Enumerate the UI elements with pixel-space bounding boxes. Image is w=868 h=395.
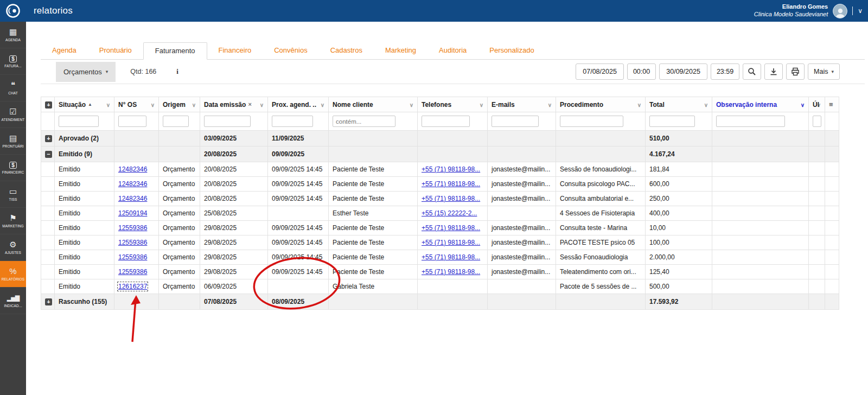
column-header-obs[interactable]: ∨Observação interna	[712, 97, 809, 112]
column-header-prox_agend[interactable]: ∨Prox. agend. ..	[268, 97, 329, 112]
mais-button[interactable]: Mais ▾	[808, 63, 840, 80]
sidebar-item-prontuario[interactable]: ▤PRONTUÁRI	[0, 128, 26, 155]
report-type-dropdown[interactable]: Orçamentos ▾	[56, 62, 116, 82]
column-menu-icon[interactable]: ∨	[192, 102, 196, 108]
phone-link[interactable]: +55 (71) 98118-98...	[422, 224, 480, 232]
expand-group-icon[interactable]: +	[45, 298, 52, 305]
sidebar-item-chat[interactable]: ❝CHAT	[0, 75, 26, 101]
group-row[interactable]: +Rascunho (155)07/08/202508/09/202517.59…	[41, 294, 839, 310]
column-menu-icon[interactable]: ∨	[637, 102, 641, 108]
column-chooser-button[interactable]: ≡	[825, 97, 839, 112]
phone-link[interactable]: +55 (71) 98118-98...	[422, 268, 480, 276]
column-header-data_emissao[interactable]: ∨Data emissão×	[200, 97, 268, 112]
sidebar-item-agenda[interactable]: ▦AGENDA	[0, 22, 26, 48]
avatar[interactable]	[833, 4, 847, 18]
table-row[interactable]: Emitido12482346Orçamento20/08/202509/09/…	[41, 177, 839, 192]
phone-link[interactable]: +55 (15) 22222-2...	[422, 209, 477, 217]
table-row[interactable]: Emitido12559386Orçamento29/08/202509/09/…	[41, 235, 839, 250]
os-link[interactable]: 12509194	[118, 209, 147, 217]
chevron-down-icon[interactable]: ∨	[858, 7, 863, 15]
filter-input-origem[interactable]	[163, 116, 189, 127]
phone-link[interactable]: +55 (71) 98118-98...	[422, 195, 480, 202]
expand-all-header[interactable]: +	[41, 97, 55, 112]
phone-link[interactable]: +55 (71) 98118-98...	[422, 180, 480, 188]
tab-auditoria[interactable]: Auditoria	[427, 42, 478, 59]
filter-input-data_emissao[interactable]	[204, 116, 251, 127]
column-menu-icon[interactable]: ∨	[410, 102, 413, 108]
expand-group-icon[interactable]: +	[45, 135, 52, 142]
expand-all-icon[interactable]: +	[45, 101, 52, 109]
column-header-procedimento[interactable]: ∨Procedimento	[556, 97, 646, 112]
group-row[interactable]: −Emitido (9)20/08/202509/09/20254.167,24	[41, 146, 839, 162]
phone-link[interactable]: +55 (71) 98118-98...	[422, 165, 480, 173]
sidebar-item-relatorios[interactable]: %RELATÓRIOS	[0, 261, 26, 288]
time-from-input[interactable]: 00:00	[627, 63, 656, 80]
tab-convenios[interactable]: Convênios	[263, 42, 318, 59]
tab-faturamento[interactable]: Faturamento	[143, 42, 207, 60]
table-row[interactable]: Emitido12559386Orçamento29/08/202509/09/…	[41, 250, 839, 265]
sidebar-item-marketing[interactable]: ⚑MARKETING	[0, 208, 26, 234]
os-link[interactable]: 12559386	[118, 253, 147, 261]
filter-input-obs[interactable]	[716, 116, 785, 127]
os-link[interactable]: 12559386	[118, 224, 147, 232]
date-from-input[interactable]: 07/08/2025	[576, 63, 624, 80]
sidebar-item-financeiro[interactable]: $FINANCEIRC	[0, 155, 26, 181]
filter-input-prox_agend[interactable]	[272, 116, 313, 127]
column-header-ultimo[interactable]: ∨Úl	[809, 97, 825, 112]
column-menu-icon[interactable]: ∨	[106, 102, 110, 108]
os-link[interactable]: 12559386	[118, 239, 147, 246]
os-link[interactable]: 12482346	[118, 165, 147, 173]
column-menu-icon[interactable]: ∨	[260, 102, 264, 108]
filter-input-situacao[interactable]	[59, 116, 99, 127]
table-row[interactable]: Emitido12482346Orçamento20/08/202509/09/…	[41, 192, 839, 206]
download-button[interactable]	[764, 63, 783, 80]
table-row[interactable]: Emitido12482346Orçamento20/08/202509/09/…	[41, 162, 839, 177]
filter-input-telefones[interactable]	[422, 116, 470, 127]
sidebar-item-ajustes[interactable]: ⚙AJUSTES	[0, 234, 26, 261]
filter-input-os[interactable]	[118, 116, 146, 127]
group-row[interactable]: +Aprovado (2)03/09/202511/09/2025510,00	[41, 131, 839, 146]
column-menu-icon[interactable]: ∨	[548, 102, 552, 108]
sidebar-item-faturamento[interactable]: $FATURA...	[0, 48, 26, 75]
column-menu-icon[interactable]: ∨	[801, 102, 805, 108]
filter-input-ultimo[interactable]	[813, 116, 821, 127]
column-header-emails[interactable]: ∨E-mails	[488, 97, 556, 112]
phone-link[interactable]: +55 (71) 98118-98...	[422, 239, 480, 246]
column-menu-icon[interactable]: ∨	[321, 102, 324, 108]
tab-marketing[interactable]: Marketing	[374, 42, 427, 59]
table-row[interactable]: Emitido12509194Orçamento25/08/2025Esther…	[41, 206, 839, 221]
tab-agenda[interactable]: Agenda	[41, 42, 88, 59]
column-header-telefones[interactable]: ∨Telefones	[418, 97, 488, 112]
column-header-os[interactable]: ∨N° OS	[114, 97, 159, 112]
table-row[interactable]: Emitido12559386Orçamento29/08/202509/09/…	[41, 265, 839, 279]
phone-link[interactable]: +55 (71) 98118-98...	[422, 253, 480, 261]
filter-input-total[interactable]	[649, 116, 695, 127]
tab-financeiro[interactable]: Financeiro	[207, 42, 263, 59]
time-to-input[interactable]: 23:59	[711, 63, 739, 80]
info-icon[interactable]: i	[176, 67, 178, 76]
search-button[interactable]	[743, 63, 761, 80]
table-row[interactable]: Emitido12559386Orçamento29/08/202509/09/…	[41, 221, 839, 235]
tab-cadastros[interactable]: Cadastros	[319, 42, 374, 59]
sidebar-item-indicadores[interactable]: ▂▅▇INDICAD...	[0, 288, 26, 314]
filter-input-procedimento[interactable]	[560, 116, 623, 127]
date-to-input[interactable]: 30/09/2025	[659, 63, 707, 80]
os-link[interactable]: 12482346	[118, 195, 147, 202]
sidebar-item-tiss[interactable]: ▭TISS	[0, 181, 26, 208]
os-link[interactable]: 12482346	[118, 180, 147, 188]
column-header-situacao[interactable]: ∨Situação▲	[55, 97, 114, 112]
column-header-total[interactable]: ∨Total	[646, 97, 712, 112]
column-menu-icon[interactable]: ∨	[704, 102, 708, 108]
column-menu-icon[interactable]: ∨	[151, 102, 155, 108]
os-link[interactable]: 12616237	[118, 283, 147, 290]
collapse-group-icon[interactable]: −	[45, 151, 52, 158]
column-menu-icon[interactable]: ∨	[480, 102, 483, 108]
tab-prontuario[interactable]: Prontuário	[88, 42, 143, 59]
column-header-nome[interactable]: ∨Nome cliente	[329, 97, 418, 112]
filter-input-nome[interactable]	[333, 116, 395, 127]
sidebar-item-atendimento[interactable]: ☑ATENDIMENT	[0, 101, 26, 128]
tab-personalizado[interactable]: Personalizado	[478, 42, 545, 59]
clear-filter-icon[interactable]: ×	[248, 101, 251, 107]
filter-input-emails[interactable]	[492, 116, 539, 127]
app-logo[interactable]	[0, 3, 26, 18]
